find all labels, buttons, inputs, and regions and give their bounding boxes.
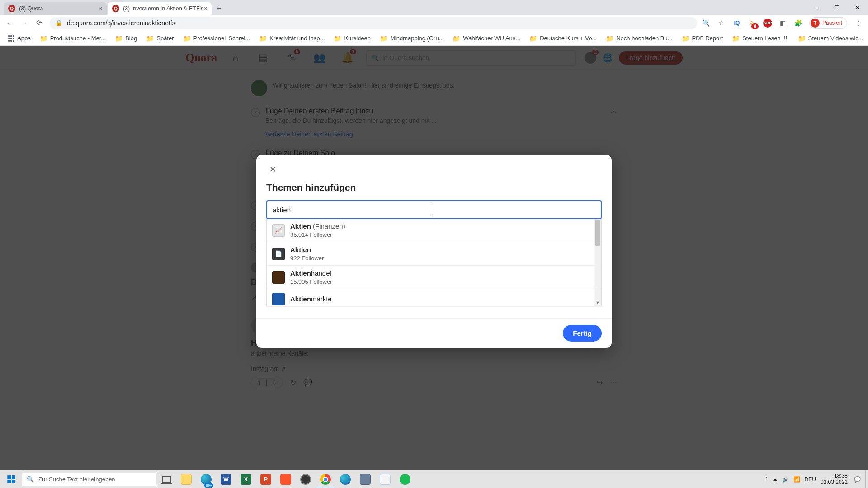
search-icon: 🔍 [27,476,34,483]
suggestion-item[interactable]: 📈 Aktien (Finanzen) 35.014 Follower [267,219,601,242]
tray-chevron-icon[interactable]: ˄ [765,476,768,483]
profile-avatar-icon: T [811,19,820,28]
scroll-down-icon[interactable]: ▼ [594,299,601,306]
system-tray: ˄ ☁ 🔊 📶 DEU 18:38 01.03.2021 💬 [765,473,865,486]
tab-close-icon[interactable]: × [203,5,207,12]
suggestions-scrollbar[interactable]: ▲ ▼ [594,219,601,306]
bookmark-item[interactable]: 📁Steuern Videos wic... [794,33,867,44]
bookmark-item[interactable]: 📁Steuern Lesen !!!! [728,33,793,44]
suggestion-followers: 35.014 Follower [290,231,345,238]
bookmark-item[interactable]: 📁Kreativität und Insp... [255,33,328,44]
bookmark-item[interactable]: 📁PDF Report [678,33,727,44]
modal-title: Themen hinzufügen [266,182,602,193]
topic-search-input[interactable]: aktien [266,200,602,219]
app-icon [360,474,371,485]
suggestion-item[interactable]: Aktienmärkte [267,289,601,307]
task-view-button[interactable] [156,470,176,488]
taskbar-powerpoint[interactable]: P [256,470,276,488]
nav-back-button[interactable]: ← [4,17,16,29]
window-minimize[interactable]: ─ [806,0,826,15]
window-maximize[interactable]: ☐ [826,0,847,15]
ppt-icon: P [260,474,271,485]
scrollbar-thumb[interactable] [595,220,600,246]
windows-logo-icon [7,475,15,483]
folder-icon: 📁 [732,35,740,42]
taskbar-explorer[interactable] [176,470,196,488]
show-desktop-button[interactable] [865,470,868,488]
bookmark-item[interactable]: 📁Produktsuche - Mer... [36,33,110,44]
taskbar-word[interactable]: W [216,470,236,488]
bookmark-item[interactable]: 📁Professionell Schrei... [179,33,254,44]
topic-thumb-icon: 📈 [272,224,285,237]
folder-icon: 📁 [682,35,689,42]
chrome-icon [320,474,331,485]
bookmark-item[interactable]: 📁Blog [111,33,141,44]
tray-language[interactable]: DEU [805,476,816,483]
taskbar-obs[interactable] [296,470,316,488]
edge-icon [201,474,212,485]
suggestion-item[interactable]: Aktienhandel 15.905 Follower [267,266,601,289]
window-controls: ─ ☐ ✕ [806,0,868,15]
tray-wifi-icon[interactable]: 📶 [793,476,800,483]
windows-taskbar: 🔍 Zur Suche Text hier eingeben 99+ W X P… [0,470,868,488]
page-viewport: Quora ⌂ ▤ ✎5 👥 🔔1 🔍 In Quora suchen 2 🌐 … [0,46,868,470]
start-button[interactable] [0,470,22,488]
tray-onedrive-icon[interactable]: ☁ [772,476,778,483]
taskbar-notepad[interactable] [375,470,395,488]
suggestion-followers: 922 Follower [290,255,324,262]
browser-tab-0[interactable]: Q (3) Quora × [4,2,107,15]
new-tab-button[interactable]: + [212,2,225,15]
bookmark-item[interactable]: 📁Noch hochladen Bu... [602,33,676,44]
modal-overlay[interactable]: ✕ Themen hinzufügen aktien 📈 Aktien (Fin… [0,46,868,470]
text-cursor [431,205,431,216]
suggestion-item[interactable]: 📄 Aktien 922 Follower [267,242,601,266]
extension-abp-icon[interactable]: ABP [763,19,772,28]
tray-clock[interactable]: 18:38 01.03.2021 [821,473,849,486]
taskbar-spotify[interactable] [395,470,415,488]
bookmark-star-icon[interactable]: ☆ [717,19,726,28]
tab-title: (3) Quora [19,5,43,12]
done-button[interactable]: Fertig [563,325,602,342]
extensions-puzzle-icon[interactable]: 🧩 [794,19,803,28]
zoom-icon[interactable]: 🔍 [702,19,711,28]
bookmark-item[interactable]: 📁Mindmapping (Gru... [376,33,448,44]
notepad-icon [380,474,391,485]
bookmarks-bar: Apps 📁Produktsuche - Mer... 📁Blog 📁Späte… [0,31,868,46]
browser-tab-1[interactable]: Q (3) Investieren in Aktien & ETF's × [108,2,212,15]
modal-close-button[interactable]: ✕ [266,163,279,176]
taskbar-app-1[interactable] [355,470,375,488]
brave-icon [280,474,291,485]
extension-misc-icon[interactable]: ◧ [778,19,788,28]
taskbar-chrome[interactable] [316,470,335,488]
bookmark-item[interactable]: 📁Später [142,33,177,44]
tray-notifications-icon[interactable]: 💬 [854,476,861,483]
folder-icon: 📁 [606,35,613,42]
nav-reload-button[interactable]: ⟳ [33,17,45,29]
browser-menu-icon[interactable]: ⋮ [854,19,863,28]
folder-icon: 📁 [259,35,267,42]
bookmark-item[interactable]: 📁Deutsche Kurs + Vo... [526,33,600,44]
folder-icon: 📁 [529,35,537,42]
bookmark-item[interactable]: 📁Kursideen [330,33,374,44]
profile-chip[interactable]: T Pausiert [809,17,847,29]
bookmark-apps[interactable]: Apps [5,33,34,43]
bookmark-item[interactable]: 📁Wahlfächer WU Aus... [449,33,524,44]
tray-volume-icon[interactable]: 🔊 [782,476,789,483]
extension-iq-icon[interactable]: IQ [732,19,741,28]
taskbar-search[interactable]: 🔍 Zur Suche Text hier eingeben [22,473,156,486]
folder-icon: 📁 [115,35,123,42]
topic-thumb-icon [272,293,285,305]
taskbar-excel[interactable]: X [236,470,256,488]
address-bar[interactable]: 🔒 de.quora.com/q/investiereninaktienetfs [50,17,697,29]
taskbar-brave[interactable] [276,470,296,488]
nav-forward-button[interactable]: → [18,17,31,29]
extension-tag-icon[interactable]: 🏷️0 [748,19,757,28]
taskbar-edge[interactable]: 99+ [196,470,216,488]
taskbar-edge-2[interactable] [335,470,355,488]
window-close[interactable]: ✕ [847,0,868,15]
browser-titlebar: Q (3) Quora × Q (3) Investieren in Aktie… [0,0,868,15]
tab-close-icon[interactable]: × [99,5,102,12]
search-value: aktien [273,206,291,214]
taskbar-search-placeholder: Zur Suche Text hier eingeben [38,476,115,483]
folder-icon: 📁 [40,35,47,42]
